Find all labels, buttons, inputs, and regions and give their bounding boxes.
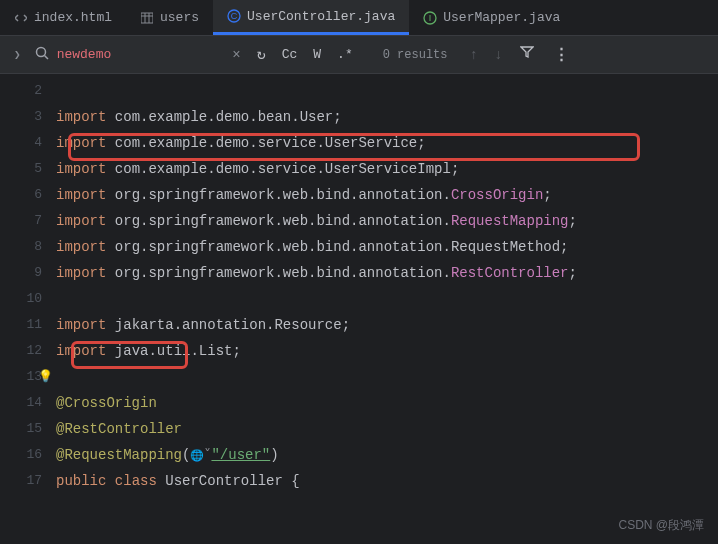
search-input[interactable] <box>57 47 227 62</box>
tab-user-mapper[interactable]: I UserMapper.java <box>409 0 574 35</box>
code-line: import org.springframework.web.bind.anno… <box>56 234 718 260</box>
line-number: 3 <box>0 104 42 130</box>
line-number: 15 <box>0 416 42 442</box>
line-number: 17 <box>0 468 42 494</box>
tab-label: users <box>160 10 199 25</box>
svg-text:C: C <box>231 11 238 21</box>
filter-icon[interactable] <box>512 45 542 64</box>
code-line: import org.springframework.web.bind.anno… <box>56 260 718 286</box>
code-line: public class UserController { <box>56 468 718 494</box>
line-number: 5 <box>0 156 42 182</box>
line-number: 4 <box>0 130 42 156</box>
code-line: @RequestMapping(🌐˅"/user") <box>56 442 718 468</box>
line-number: 9 <box>0 260 42 286</box>
line-number: 11 <box>0 312 42 338</box>
line-number: 2 <box>0 78 42 104</box>
svg-point-8 <box>36 47 45 56</box>
tab-user-controller[interactable]: C UserController.java <box>213 0 409 35</box>
tab-users[interactable]: users <box>126 0 213 35</box>
search-results-count: 0 results <box>383 48 448 62</box>
next-match-icon[interactable]: ↓ <box>488 47 508 63</box>
code-line: import com.example.demo.bean.User; <box>56 104 718 130</box>
line-number: 14 <box>0 390 42 416</box>
code-line: import jakarta.annotation.Resource; <box>56 312 718 338</box>
svg-line-9 <box>44 55 48 59</box>
tab-label: index.html <box>34 10 112 25</box>
code-area[interactable]: import com.example.demo.bean.User; impor… <box>56 74 718 544</box>
code-line: import java.util.List; <box>56 338 718 364</box>
code-line: import org.springframework.web.bind.anno… <box>56 182 718 208</box>
more-icon[interactable]: ⋮ <box>546 45 577 64</box>
line-number: 6 <box>0 182 42 208</box>
words-button[interactable]: W <box>307 44 327 65</box>
bulb-icon[interactable]: 💡 <box>38 364 53 390</box>
code-line: @CrossOrigin <box>56 390 718 416</box>
tab-index-html[interactable]: index.html <box>0 0 126 35</box>
clear-search-icon[interactable]: × <box>226 47 246 63</box>
line-number: 13 <box>0 364 42 390</box>
java-interface-icon: I <box>423 11 437 25</box>
code-line <box>56 78 718 104</box>
gutter: 2 3 4 5 6 7 8 9 10 11 12 13 14 15 16 17 <box>0 74 56 544</box>
code-line: 💡 <box>56 364 718 390</box>
prev-match-icon[interactable]: ↑ <box>464 47 484 63</box>
regex-button[interactable]: .* <box>331 44 359 65</box>
reload-icon[interactable]: ↻ <box>251 42 272 67</box>
html-icon <box>14 11 28 25</box>
line-number: 10 <box>0 286 42 312</box>
watermark: CSDN @段鸿潭 <box>618 517 704 534</box>
globe-icon: 🌐 <box>190 450 204 462</box>
line-number: 12 <box>0 338 42 364</box>
svg-rect-0 <box>141 13 153 23</box>
search-input-wrap: × <box>57 47 247 63</box>
search-icon <box>35 46 49 64</box>
svg-text:I: I <box>429 13 432 23</box>
code-line: import org.springframework.web.bind.anno… <box>56 208 718 234</box>
line-number: 8 <box>0 234 42 260</box>
tab-label: UserController.java <box>247 9 395 24</box>
tab-label: UserMapper.java <box>443 10 560 25</box>
line-number: 16 <box>0 442 42 468</box>
search-bar: ❯ × ↻ Cc W .* 0 results ↑ ↓ ⋮ <box>0 36 718 74</box>
code-line: import com.example.demo.service.UserServ… <box>56 130 718 156</box>
code-line: @RestController <box>56 416 718 442</box>
java-class-icon: C <box>227 9 241 23</box>
line-number: 7 <box>0 208 42 234</box>
tab-bar: index.html users C UserController.java I… <box>0 0 718 36</box>
code-line: import com.example.demo.service.UserServ… <box>56 156 718 182</box>
table-icon <box>140 11 154 25</box>
expand-chevron-icon[interactable]: ❯ <box>8 48 27 61</box>
match-case-button[interactable]: Cc <box>276 44 304 65</box>
code-line <box>56 286 718 312</box>
editor: 2 3 4 5 6 7 8 9 10 11 12 13 14 15 16 17 … <box>0 74 718 544</box>
